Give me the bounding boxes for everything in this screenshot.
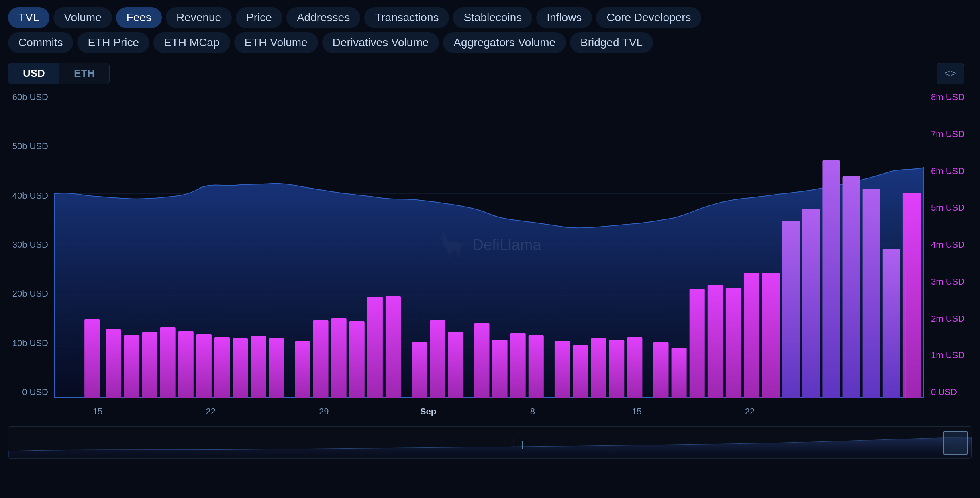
x-label-8: 8	[530, 406, 535, 417]
y-left-label-2: 40b USD	[12, 191, 48, 201]
scrollbar-handle[interactable]	[943, 431, 968, 455]
nav-btn-derivatives-volume[interactable]: Derivatives Volume	[322, 32, 439, 53]
nav-btn-tvl[interactable]: TVL	[8, 7, 49, 28]
svg-rect-36	[653, 342, 668, 398]
svg-rect-18	[295, 341, 310, 398]
y-axis-left: 60b USD 50b USD 40b USD 30b USD 20b USD …	[8, 92, 52, 398]
svg-rect-47	[863, 189, 880, 398]
y-left-label-4: 20b USD	[12, 289, 48, 299]
x-axis: 15 22 29 Sep 8 15 22	[54, 402, 924, 422]
y-left-label-6: 0 USD	[22, 387, 48, 398]
y-right-label-1: 7m USD	[931, 129, 964, 139]
svg-rect-34	[609, 340, 624, 398]
y-left-label-3: 30b USD	[12, 240, 48, 250]
scrollbar-mini-chart	[8, 427, 972, 459]
svg-rect-10	[142, 332, 157, 398]
nav-btn-addresses[interactable]: Addresses	[286, 7, 360, 28]
svg-rect-40	[726, 288, 741, 398]
currency-eth-btn[interactable]: ETH	[59, 63, 109, 84]
nav-btn-fees[interactable]: Fees	[116, 7, 162, 28]
currency-toggle: USD ETH	[8, 63, 110, 84]
nav-btn-inflows[interactable]: Inflows	[536, 7, 592, 28]
svg-rect-42	[762, 273, 780, 398]
svg-rect-30	[529, 335, 544, 398]
y-axis-right: 8m USD 7m USD 6m USD 5m USD 4m USD 3m US…	[928, 92, 972, 398]
svg-rect-43	[782, 221, 800, 398]
y-right-label-5: 3m USD	[931, 277, 964, 287]
y-right-label-3: 5m USD	[931, 203, 964, 213]
svg-rect-41	[744, 273, 759, 398]
nav-btn-aggregators-volume[interactable]: Aggregators Volume	[443, 32, 566, 53]
y-left-label-0: 60b USD	[12, 92, 48, 102]
svg-rect-7	[84, 319, 100, 398]
x-label-15a: 15	[93, 406, 102, 417]
svg-rect-27	[474, 323, 489, 398]
nav-btn-price[interactable]: Price	[236, 7, 282, 28]
nav-btn-stablecoins[interactable]: Stablecoins	[453, 7, 532, 28]
svg-rect-15	[233, 338, 248, 398]
svg-rect-31	[555, 341, 570, 398]
svg-rect-11	[160, 327, 176, 398]
currency-usd-btn[interactable]: USD	[8, 63, 59, 84]
svg-rect-45	[822, 160, 840, 398]
y-right-label-6: 2m USD	[931, 314, 964, 324]
y-right-label-7: 1m USD	[931, 350, 964, 361]
nav-btn-eth-volume[interactable]: ETH Volume	[234, 32, 318, 53]
svg-rect-9	[124, 335, 139, 398]
nav-btn-revenue[interactable]: Revenue	[166, 7, 232, 28]
chart-area: 60b USD 50b USD 40b USD 30b USD 20b USD …	[8, 92, 972, 422]
x-label-29: 29	[319, 406, 329, 417]
currency-row: USD ETH <>	[0, 59, 980, 88]
svg-rect-26	[448, 332, 463, 398]
svg-rect-8	[106, 329, 121, 398]
y-right-label-2: 6m USD	[931, 166, 964, 176]
nav-row2: Commits ETH Price ETH MCap ETH Volume De…	[0, 32, 980, 59]
svg-rect-38	[690, 289, 705, 398]
nav-btn-bridged-tvl[interactable]: Bridged TVL	[570, 32, 653, 53]
x-label-sep: Sep	[420, 406, 436, 417]
y-right-label-8: 0 USD	[931, 387, 957, 398]
scrollbar-area[interactable]	[8, 426, 972, 459]
svg-rect-39	[708, 285, 723, 398]
y-right-label-0: 8m USD	[931, 92, 964, 102]
svg-rect-13	[196, 334, 212, 398]
y-left-label-5: 10b USD	[12, 338, 48, 348]
svg-rect-50	[905, 193, 906, 398]
chart-canvas: 🦙 DefiLlama	[54, 92, 924, 398]
svg-rect-19	[313, 320, 328, 398]
y-right-label-4: 4m USD	[931, 240, 964, 250]
nav-row1: TVL Volume Fees Revenue Price Addresses …	[0, 0, 980, 32]
svg-rect-24	[412, 342, 427, 398]
svg-rect-37	[672, 348, 687, 398]
nav-btn-eth-mcap[interactable]: ETH MCap	[153, 32, 230, 53]
y-left-label-1: 50b USD	[12, 141, 48, 152]
svg-rect-33	[591, 338, 606, 398]
nav-btn-core-developers[interactable]: Core Developers	[596, 7, 701, 28]
x-label-15b: 15	[632, 406, 641, 417]
svg-rect-14	[214, 337, 230, 398]
svg-rect-21	[349, 321, 365, 398]
svg-rect-44	[802, 209, 820, 398]
svg-rect-28	[492, 340, 508, 398]
svg-rect-25	[430, 320, 445, 398]
svg-rect-35	[627, 337, 642, 398]
svg-rect-32	[573, 345, 588, 398]
svg-rect-12	[178, 331, 194, 398]
nav-btn-commits[interactable]: Commits	[8, 32, 73, 53]
svg-rect-29	[510, 333, 526, 398]
svg-rect-23	[386, 296, 401, 398]
svg-rect-48	[883, 249, 900, 398]
svg-rect-46	[843, 176, 860, 398]
svg-rect-17	[269, 338, 284, 398]
embed-button[interactable]: <>	[937, 63, 964, 84]
nav-btn-eth-price[interactable]: ETH Price	[77, 32, 149, 53]
nav-btn-volume[interactable]: Volume	[53, 7, 112, 28]
svg-rect-20	[331, 318, 347, 398]
svg-rect-22	[368, 297, 383, 398]
nav-btn-transactions[interactable]: Transactions	[364, 7, 449, 28]
svg-rect-16	[251, 336, 266, 398]
x-label-22a: 22	[206, 406, 215, 417]
x-label-22b: 22	[745, 406, 755, 417]
